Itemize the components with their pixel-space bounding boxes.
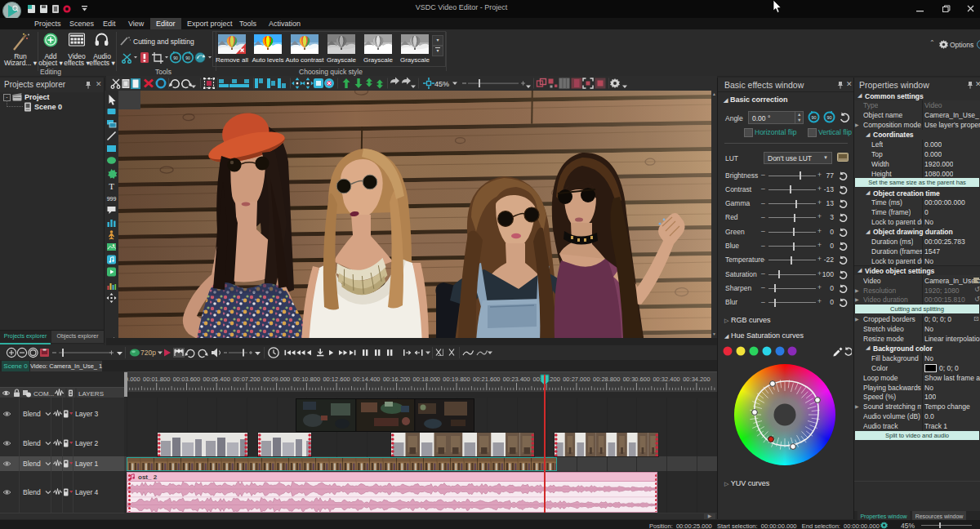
svg-text:90: 90 xyxy=(826,115,831,120)
svg-text:Layer 2: Layer 2 xyxy=(75,439,99,447)
svg-text:720p: 720p xyxy=(140,349,156,357)
svg-text:90: 90 xyxy=(811,115,816,120)
svg-text:00:09.000: 00:09.000 xyxy=(263,376,290,383)
svg-text:00:23.400: 00:23.400 xyxy=(503,376,530,383)
svg-text:Blend: Blend xyxy=(23,439,41,447)
svg-text:00:05.400: 00:05.400 xyxy=(203,376,230,383)
svg-text:COM...: COM... xyxy=(33,390,54,398)
svg-text:00:01.800: 00:01.800 xyxy=(143,376,170,383)
svg-text:45%: 45% xyxy=(434,80,449,88)
svg-text:00:18.000: 00:18.000 xyxy=(413,376,440,383)
svg-text:00:32.400: 00:32.400 xyxy=(653,376,679,383)
svg-text:00:12.600: 00:12.600 xyxy=(323,376,350,383)
svg-text:00:10.800: 00:10.800 xyxy=(293,376,320,383)
svg-text:00:27.000: 00:27.000 xyxy=(563,376,590,383)
svg-text:LAYERS: LAYERS xyxy=(78,390,104,398)
svg-text:Layer 4: Layer 4 xyxy=(75,488,99,496)
svg-text:00:19.800: 00:19.800 xyxy=(443,376,470,383)
svg-text:T: T xyxy=(109,181,114,191)
svg-text:90: 90 xyxy=(173,56,178,60)
svg-text:00:21.600: 00:21.600 xyxy=(473,376,500,383)
svg-text:00:07.200: 00:07.200 xyxy=(233,376,260,383)
svg-text:Blend: Blend xyxy=(23,410,41,418)
svg-text:999: 999 xyxy=(107,196,117,202)
svg-text:90: 90 xyxy=(185,56,190,60)
svg-text:00:14.400: 00:14.400 xyxy=(353,376,380,383)
svg-text:Layer 3: Layer 3 xyxy=(75,410,99,418)
svg-text:00:03.600: 00:03.600 xyxy=(173,376,200,383)
svg-text:Blend: Blend xyxy=(23,488,41,496)
svg-text:Blend: Blend xyxy=(23,460,41,468)
svg-text:00:16.200: 00:16.200 xyxy=(383,376,410,383)
svg-text:Layer 1: Layer 1 xyxy=(75,460,99,468)
svg-text:00:34.200: 00:34.200 xyxy=(683,376,710,383)
svg-text:00:30.600: 00:30.600 xyxy=(623,376,650,383)
svg-text:00:28.800: 00:28.800 xyxy=(593,376,620,383)
